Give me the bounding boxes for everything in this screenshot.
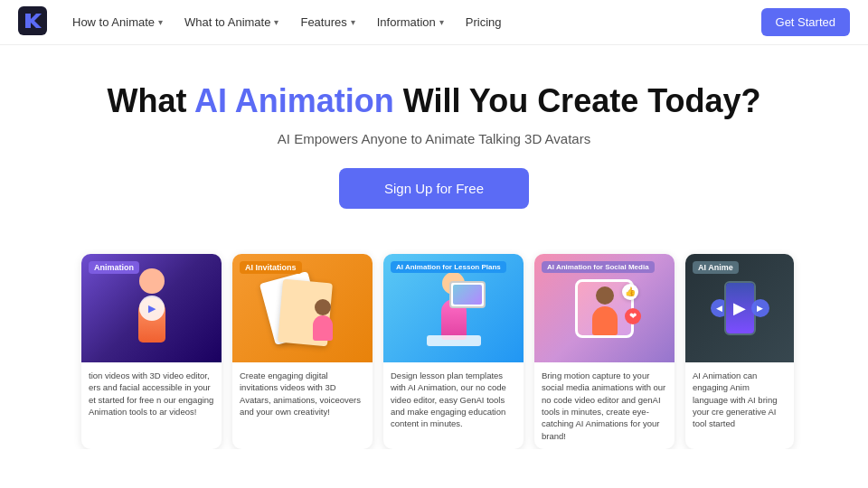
card-anime[interactable]: AI Anime ◀ ▶ ▶ AI Animation can engaging… — [685, 254, 794, 449]
logo-icon — [18, 6, 47, 35]
nav-pricing[interactable]: Pricing — [457, 10, 511, 34]
monitor — [449, 281, 486, 308]
card-lesson-image: AI Animation for Lesson Plans — [383, 254, 524, 362]
hero-heading: What AI Animation Will You Create Today? — [18, 81, 850, 120]
heart-bubble: ❤ — [625, 308, 641, 324]
navigation: How to Animate ▾ What to Animate ▾ Featu… — [0, 0, 868, 45]
card-invitations-text: Create engaging digital invitations vide… — [232, 362, 373, 425]
card-animation-text: tion videos with 3D video editor, ers an… — [81, 362, 222, 425]
card-social-text: Bring motion capture to your social medi… — [534, 362, 675, 449]
anime-scene: ◀ ▶ ▶ — [724, 281, 756, 335]
phone-screen: ▶ — [726, 283, 754, 333]
right-play-button[interactable]: ▶ — [751, 299, 769, 317]
card-invitations[interactable]: AI Invitations Create engaging digital i… — [232, 254, 373, 449]
chevron-down-icon: ▾ — [351, 17, 355, 27]
chevron-down-icon: ▾ — [274, 17, 278, 27]
avatar-head — [315, 299, 331, 315]
avatar-head — [139, 268, 165, 294]
nav-information[interactable]: Information ▾ — [368, 10, 453, 34]
hero-subheading: AI Empowers Anyone to Animate Talking 3D… — [18, 131, 850, 146]
avatar-body — [592, 306, 618, 335]
card-anime-label: AI Anime — [693, 261, 739, 274]
social-scene: 👍 ❤ — [575, 279, 634, 338]
play-icon[interactable]: ▶ — [139, 296, 165, 321]
hero-heading-highlight: AI Animation — [194, 82, 394, 119]
cards-section: Animation ▶ tion videos with 3D video ed… — [0, 236, 868, 449]
get-started-button[interactable]: Get Started — [761, 8, 850, 36]
card-lesson-label: AI Animation for Lesson Plans — [391, 261, 506, 273]
nav-how-to-animate[interactable]: How to Animate ▾ — [63, 10, 172, 34]
keyboard — [427, 335, 481, 346]
chevron-down-icon: ▾ — [439, 17, 444, 27]
chevron-down-icon: ▾ — [158, 17, 163, 27]
like-bubble: 👍 — [622, 284, 638, 300]
card-invitations-image: AI Invitations — [232, 254, 373, 362]
hero-heading-part1: What — [107, 82, 194, 119]
card-invitations-label: AI Invitations — [240, 261, 302, 274]
card-anime-image: AI Anime ◀ ▶ ▶ — [685, 254, 794, 362]
lesson-scene — [413, 263, 495, 353]
card-lesson-plans[interactable]: AI Animation for Lesson Plans Design les… — [383, 254, 524, 449]
avatar-head — [596, 286, 614, 305]
hero-heading-part2: Will You Create Today? — [394, 82, 761, 119]
signup-button[interactable]: Sign Up for Free — [339, 168, 529, 209]
nav-what-to-animate[interactable]: What to Animate ▾ — [175, 10, 288, 34]
phone-play-icon: ▶ — [733, 298, 746, 318]
monitor-screen — [453, 285, 482, 305]
card-lesson-text: Design lesson plan templates with AI Ani… — [383, 362, 524, 436]
logo[interactable] — [18, 6, 63, 39]
card-animation-image: Animation ▶ — [81, 254, 222, 362]
card-social-label: AI Animation for Social Media — [542, 261, 655, 273]
nav-links: How to Animate ▾ What to Animate ▾ Featu… — [63, 10, 761, 34]
card-animation[interactable]: Animation ▶ tion videos with 3D video ed… — [81, 254, 222, 449]
avatar-body — [313, 315, 333, 341]
invitation-avatar — [307, 299, 339, 344]
card-animation-label: Animation — [89, 261, 139, 274]
card-social-image: AI Animation for Social Media 👍 ❤ — [534, 254, 675, 362]
nav-features[interactable]: Features ▾ — [291, 10, 363, 34]
hero-section: What AI Animation Will You Create Today?… — [0, 45, 868, 236]
invitation-stack — [267, 272, 339, 344]
card-anime-text: AI Animation can engaging Anim language … — [685, 362, 794, 436]
card-social-media[interactable]: AI Animation for Social Media 👍 ❤ Bring … — [534, 254, 675, 449]
